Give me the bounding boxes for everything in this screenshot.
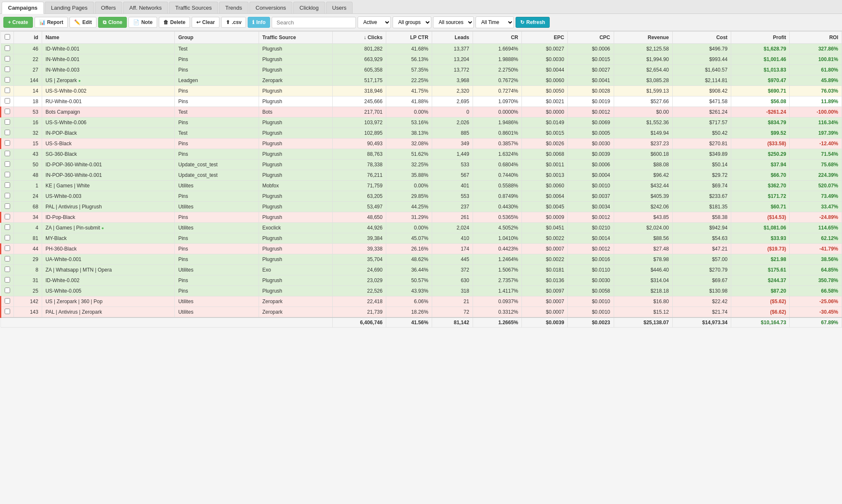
row-checkbox[interactable] — [1, 244, 14, 254]
row-name[interactable]: Bots Campaign — [42, 107, 174, 117]
row-name[interactable]: ID-White-0.001 — [42, 44, 174, 54]
delete-button[interactable]: 🗑 Delete — [159, 17, 190, 28]
row-name[interactable]: ID-White-0.002 — [42, 275, 174, 286]
row-checkbox[interactable] — [1, 170, 14, 181]
row-profit: ($14.53) — [731, 212, 790, 223]
row-source: Plugrush — [259, 65, 332, 75]
row-checkbox[interactable] — [1, 191, 14, 202]
row-name[interactable]: ZA | Games | Pin-submit ● — [42, 223, 174, 233]
col-header-epc[interactable]: EPC — [522, 32, 568, 44]
row-checkbox[interactable] — [1, 286, 14, 296]
row-checkbox[interactable] — [1, 149, 14, 160]
row-name[interactable]: MY-Black — [42, 233, 174, 244]
row-checkbox[interactable] — [1, 139, 14, 149]
row-checkbox[interactable] — [1, 265, 14, 275]
col-header-profit[interactable]: Profit — [731, 32, 790, 44]
row-name[interactable]: IN-White-0.001 — [42, 54, 174, 65]
tab-campaigns[interactable]: Campaigns — [2, 2, 44, 14]
row-name[interactable]: PH-360-Black — [42, 244, 174, 254]
create-button[interactable]: + Create — [3, 17, 33, 28]
row-name[interactable]: US-White-0.003 — [42, 191, 174, 202]
select-all-checkbox[interactable] — [1, 32, 14, 44]
row-name[interactable]: ID-Pop-Black — [42, 212, 174, 223]
col-header-roi[interactable]: ROI — [790, 32, 842, 44]
row-checkbox[interactable] — [1, 160, 14, 170]
row-checkbox[interactable] — [1, 296, 14, 307]
col-header-lp-ctr[interactable]: LP CTR — [386, 32, 432, 44]
row-group: Pins — [175, 275, 259, 286]
row-checkbox[interactable] — [1, 233, 14, 244]
edit-button[interactable]: ✏️ Edit — [69, 17, 96, 28]
row-checkbox[interactable] — [1, 307, 14, 318]
clone-button[interactable]: ⧉ Clone — [98, 17, 127, 28]
row-checkbox[interactable] — [1, 86, 14, 96]
col-header-clicks[interactable]: ↓ Clicks — [333, 32, 386, 44]
row-checkbox[interactable] — [1, 212, 14, 223]
col-header-id[interactable]: id — [14, 32, 42, 44]
row-checkbox[interactable] — [1, 275, 14, 286]
row-name[interactable]: ZA | Whatsapp | MTN | Opera — [42, 265, 174, 275]
row-checkbox[interactable] — [1, 107, 14, 117]
col-header-group[interactable]: Group — [175, 32, 259, 44]
row-name[interactable]: PAL | Antivirus | Plugrush — [42, 202, 174, 212]
col-header-cpc[interactable]: CPC — [568, 32, 614, 44]
row-name[interactable]: PAL | Antivirus | Zeropark — [42, 307, 174, 318]
row-checkbox[interactable] — [1, 202, 14, 212]
row-source: Plugrush — [259, 286, 332, 296]
row-name[interactable]: US-White-0.005 — [42, 286, 174, 296]
col-header-leads[interactable]: Leads — [432, 32, 473, 44]
row-name[interactable]: US-S-White-0.006 — [42, 117, 174, 128]
tab-conversions[interactable]: Conversions — [249, 2, 292, 13]
row-source: Plugrush — [259, 254, 332, 265]
tab-users[interactable]: Users — [326, 2, 353, 13]
row-name[interactable]: IN-White-0.003 — [42, 65, 174, 75]
info-button[interactable]: ℹ Info — [248, 17, 270, 28]
row-checkbox[interactable] — [1, 181, 14, 191]
row-name[interactable]: US-S-Black — [42, 139, 174, 149]
note-button[interactable]: 📄 Note — [128, 17, 157, 28]
report-button[interactable]: 📊 Report — [35, 17, 68, 28]
search-input[interactable] — [272, 17, 356, 28]
col-header-revenue[interactable]: Revenue — [614, 32, 672, 44]
groups-filter[interactable]: All groups — [393, 16, 431, 28]
status-filter[interactable]: ActivePausedAll — [358, 16, 391, 28]
tab-aff-networks[interactable]: Aff. Networks — [123, 2, 168, 13]
tab-offers[interactable]: Offers — [95, 2, 122, 13]
tab-clicklog[interactable]: Clicklog — [293, 2, 325, 13]
row-name[interactable]: US-S-White-0.002 — [42, 86, 174, 96]
col-header-cost[interactable]: Cost — [672, 32, 731, 44]
row-checkbox[interactable] — [1, 65, 14, 75]
refresh-button[interactable]: ↻ Refresh — [516, 17, 550, 28]
tab-landing-pages[interactable]: Landing Pages — [45, 2, 94, 13]
row-checkbox[interactable] — [1, 75, 14, 86]
row-checkbox[interactable] — [1, 128, 14, 139]
row-name[interactable]: UA-White-0.001 — [42, 254, 174, 265]
row-id: 24 — [14, 191, 42, 202]
row-name[interactable]: ID-POP-360-White-0.001 — [42, 160, 174, 170]
row-name[interactable]: US | Zeropark ● — [42, 75, 174, 86]
col-header-cr[interactable]: CR — [473, 32, 521, 44]
col-header-name[interactable]: Name — [42, 32, 174, 44]
row-group: Pins — [175, 86, 259, 96]
row-checkbox[interactable] — [1, 96, 14, 107]
row-name[interactable]: SG-360-Black — [42, 149, 174, 160]
row-checkbox[interactable] — [1, 117, 14, 128]
row-checkbox[interactable] — [1, 254, 14, 265]
col-header-traffic-source[interactable]: Traffic Source — [259, 32, 332, 44]
row-name[interactable]: IN-POP-Black — [42, 128, 174, 139]
clear-button[interactable]: ↩ Clear — [192, 17, 219, 28]
row-name[interactable]: US | Zeropark | 360 | Pop — [42, 296, 174, 307]
row-checkbox[interactable] — [1, 223, 14, 233]
row-source: Plugrush — [259, 139, 332, 149]
row-name[interactable]: RU-White-0.001 — [42, 96, 174, 107]
table-row: 144 US | Zeropark ● Leadgen Zeropark 517… — [1, 75, 842, 86]
time-filter[interactable]: All TimeTodayYesterday — [476, 16, 514, 28]
row-name[interactable]: KE | Games | White — [42, 181, 174, 191]
sources-filter[interactable]: All sources — [433, 16, 474, 28]
row-checkbox[interactable] — [1, 44, 14, 54]
tab-traffic-sources[interactable]: Traffic Sources — [169, 2, 218, 13]
row-checkbox[interactable] — [1, 54, 14, 65]
csv-button[interactable]: ⬆ .csv — [221, 17, 246, 28]
row-name[interactable]: IN-POP-360-White-0.001 — [42, 170, 174, 181]
tab-trends[interactable]: Trends — [219, 2, 249, 13]
